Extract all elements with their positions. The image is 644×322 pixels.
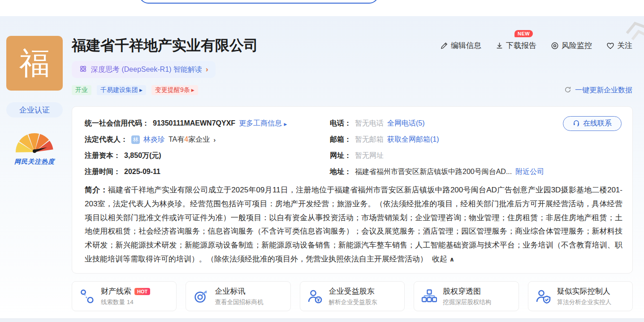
page-title: 福建省千祥地产实业有限公司 [72, 36, 258, 56]
chevron-right-icon: › [213, 136, 216, 144]
reg-capital-value: 3,850万(元) [124, 151, 161, 161]
more-registration-link[interactable]: 更多工商信息 ▶ [239, 119, 287, 128]
company-intro: 简介：福建省千祥地产实业有限公司成立于2025年09月11日，注册地位于福建省福… [85, 183, 622, 266]
next-section-divider [0, 318, 644, 322]
edit-info-button[interactable]: 编辑信息 [441, 40, 481, 51]
company-info-card: 统一社会信用代码： 91350111MAEWN7QYXF 更多工商信息 ▶ 法定… [72, 106, 633, 274]
change-alert-tag[interactable]: 变更提醒9条 ▶ [151, 85, 198, 95]
equity-penetration-title: 股权穿透图 [443, 286, 481, 296]
credit-code-value: 91350111MAEWN7QYXF [153, 119, 235, 127]
enterprise-cert-label: 企业认证 [19, 105, 50, 115]
gauge-label: 网民关注热度 [6, 158, 63, 166]
headset-icon [573, 119, 580, 128]
address-label: 地址： [330, 167, 351, 177]
risk-monitor-button[interactable]: 风险监控 [551, 40, 592, 51]
header-actions: 编辑信息 NEW 下载报告 风险监控 关注 [441, 40, 632, 51]
address-value: 福建省福州市晋安区新店镇坂中路200号闽台AD... [355, 167, 512, 177]
online-contact-button[interactable]: 在线联系 [563, 116, 622, 131]
ta-post: 家企业 [188, 135, 210, 143]
website-label: 网址： [330, 151, 351, 161]
chevron-right-icon: ▶ [284, 122, 287, 126]
reg-capital-row: 注册资本： 3,850万(元) [85, 151, 287, 161]
company-logo-char: 福 [19, 43, 50, 84]
deepseek-ai-banner[interactable]: 深度思考 (DeepSeek-R1) 智能解读 › [72, 61, 216, 78]
tender-news-subtitle: 查看全国招标商机 [215, 298, 263, 306]
follow-label: 关注 [617, 40, 632, 51]
ta-pre: TA有 [169, 135, 184, 143]
refresh-icon [564, 86, 571, 95]
gauge-icon [12, 129, 57, 156]
follow-button[interactable]: 关注 [606, 40, 632, 51]
company-logo: 福 [6, 36, 63, 91]
reg-date-row: 注册时间： 2025-09-11 [85, 167, 287, 177]
tender-news-title: 企业标讯 [215, 286, 245, 296]
group-tag-label: 千易建设集团 [100, 86, 138, 94]
clue-icon [78, 288, 95, 305]
actual-controller-card[interactable]: 疑似实际控制人 算法分析企业实控人 [528, 281, 633, 311]
phone-row: 电话： 暂无电话 全网电话(5) [330, 118, 544, 128]
actual-controller-subtitle: 算法分析企业实控人 [557, 298, 612, 306]
info-right-column: 电话： 暂无电话 全网电话(5) 邮箱： 暂无邮箱 获取全网邮箱(1) 网址： … [330, 118, 544, 183]
property-clues-subtitle: 线索数量 14 [101, 298, 150, 306]
download-icon [496, 42, 503, 49]
download-report-button[interactable]: NEW 下载报告 [496, 40, 536, 51]
equity-penetration-subtitle: 挖掘深层股权结构 [443, 298, 491, 306]
chevron-right-icon: › [206, 65, 208, 74]
update-data-label: 一键更新企业数据 [575, 86, 632, 95]
reg-date-label: 注册时间： [85, 167, 121, 177]
tag-row: 开业 千易建设集团 ▶ 变更提醒9条 ▶ [72, 85, 198, 95]
target-icon [192, 288, 209, 305]
enterprise-cert-button[interactable]: 企业认证 [6, 102, 63, 117]
actual-controller-title: 疑似实际控制人 [557, 286, 610, 296]
edit-info-label: 编辑信息 [451, 40, 481, 51]
status-tag-label: 开业 [75, 86, 88, 94]
email-empty-value: 暂无邮箱 [355, 135, 384, 144]
heart-icon [606, 42, 614, 50]
chevron-right-icon: ▶ [191, 88, 194, 92]
person-shield-icon [535, 288, 552, 305]
email-label: 邮箱： [330, 135, 351, 144]
update-data-button[interactable]: 一键更新企业数据 [564, 86, 632, 95]
atom-icon [79, 65, 87, 75]
status-tag[interactable]: 开业 [72, 85, 91, 95]
info-left-column: 统一社会信用代码： 91350111MAEWN7QYXF 更多工商信息 ▶ 法定… [85, 118, 287, 183]
search-input[interactable] [139, 0, 379, 4]
new-badge: NEW [514, 30, 533, 37]
intro-text: 福建省千祥地产实业有限公司成立于2025年09月11日，注册地位于福建省福州市晋… [85, 186, 622, 263]
property-clues-card[interactable]: 财产线索 HOT 线索数量 14 [72, 281, 177, 311]
website-row: 网址： 暂无网址 [330, 151, 544, 161]
edit-icon [441, 42, 448, 49]
beneficial-shareholder-card[interactable]: 企业受益股东 解析企业受益股东 [300, 281, 405, 311]
related-companies-link[interactable]: TA有4家企业 [169, 135, 210, 144]
collapse-link[interactable]: 收起 ∧ [432, 255, 454, 263]
nearby-companies-link[interactable]: 附近公司 [515, 167, 544, 177]
attention-gauge: 网民关注热度 [6, 129, 63, 166]
all-emails-link[interactable]: 获取全网邮箱(1) [387, 135, 439, 144]
website-empty-value: 暂无网址 [355, 151, 384, 161]
group-tag[interactable]: 千易建设集团 ▶ [97, 85, 146, 95]
risk-monitor-label: 风险监控 [562, 40, 592, 51]
email-row: 邮箱： 暂无邮箱 获取全网邮箱(1) [330, 135, 544, 144]
intro-label: 简介： [85, 186, 108, 194]
more-registration-label: 更多工商信息 [239, 119, 282, 127]
person-yuan-icon [307, 288, 324, 305]
all-phones-link[interactable]: 全网电话(5) [387, 119, 425, 128]
beneficial-shareholder-subtitle: 解析企业受益股东 [329, 298, 377, 306]
change-alert-label: 变更提醒9条 [155, 86, 190, 94]
legal-rep-label: 法定代表人： [85, 135, 128, 144]
reg-capital-label: 注册资本： [85, 151, 121, 161]
feature-cards-row: 财产线索 HOT 线索数量 14 企业标讯 查看全国招标商机 [72, 281, 633, 311]
hot-badge: HOT [134, 288, 150, 295]
credit-code-row: 统一社会信用代码： 91350111MAEWN7QYXF 更多工商信息 ▶ [85, 118, 287, 128]
phone-label: 电话： [330, 119, 351, 128]
legal-rep-name-link[interactable]: 林炎珍 [143, 135, 165, 144]
phone-empty-value: 暂无电话 [355, 119, 384, 128]
tender-news-card[interactable]: 企业标讯 查看全国招标商机 [186, 281, 290, 311]
equity-penetration-card[interactable]: 股权穿透图 挖掘深层股权结构 [414, 281, 519, 311]
reg-date-value: 2025-09-11 [124, 168, 160, 176]
ta-count: 4 [184, 135, 188, 143]
credit-code-label: 统一社会信用代码： [85, 119, 149, 128]
download-report-label: 下载报告 [506, 40, 536, 51]
collapse-label: 收起 [432, 255, 447, 263]
online-contact-label: 在线联系 [583, 119, 612, 128]
